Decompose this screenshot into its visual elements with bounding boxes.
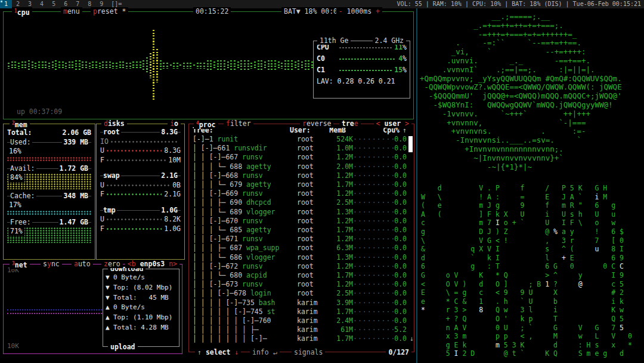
filter-button[interactable]: filter: [224, 119, 253, 128]
process-row[interactable]: │ │ [-]─667 runsvroot1.2M·········0.0: [193, 153, 407, 162]
download-stat-text: 0 Byte/s: [113, 273, 145, 283]
user-selector[interactable]: < user >: [374, 119, 411, 128]
process-tree-cell: │ │ │ └─ 685 agetty: [193, 226, 297, 235]
process-tree-cell: │ │ [-]─672 runsv: [193, 262, 297, 271]
proc-scrollbar[interactable]: [408, 136, 413, 152]
interval-plus-button[interactable]: +: [376, 7, 380, 16]
cpu-graph-column: [146, 57, 148, 74]
workspace-tag-4[interactable]: 4: [36, 0, 48, 8]
auto-toggle[interactable]: auto: [72, 260, 93, 268]
process-row[interactable]: │ │ │ │ │ │ [-]─760 karim2.4M·········0.…: [193, 316, 407, 325]
process-row[interactable]: │ │ │ └─ 679 agettyroot1.7M·········0.0: [193, 180, 407, 189]
core-usage-dots: [339, 69, 392, 72]
process-user: root: [297, 280, 326, 289]
menu-button[interactable]: menu: [61, 7, 82, 16]
workspace-tag-1[interactable]: 1: [0, 0, 12, 8]
user-next-icon[interactable]: >: [405, 119, 409, 128]
net-box-title: 3net: [10, 260, 30, 269]
process-row[interactable]: │ │ │ │ │ │ │ ├─ karim61M·········5.2: [193, 325, 407, 334]
process-prefix: │ │ │ └─ 689: [193, 208, 246, 216]
matrix-row: 6 g : T 6 G 0 0 C C: [421, 262, 644, 271]
core-label: C0: [317, 54, 337, 64]
process-cpu-dots: ·········: [353, 280, 386, 289]
matrix-row: \ V G < ! , 3 r 7 [ 0: [421, 236, 644, 245]
cpu-graph-column: [217, 60, 219, 71]
process-row[interactable]: │ │ │ └─ 685 agettyroot1.7M·········0.0: [193, 226, 407, 235]
process-user: root: [297, 289, 326, 298]
process-row[interactable]: [-]─1 runitroot524K·········0.0: [193, 135, 407, 144]
matrix-row: ( e m J g 9 f m R " 6 g: [421, 201, 644, 210]
cpu-core-rows: CPU11%C04%C115%: [314, 41, 410, 75]
process-prefix: │ │ │ ├─ 690: [193, 198, 246, 207]
preset-button[interactable]: preset *: [91, 7, 128, 16]
process-user: root: [297, 135, 326, 144]
interval-minus-button[interactable]: -: [339, 7, 343, 16]
process-user: karim: [297, 325, 326, 334]
process-tree-cell: │ │ [-]─670 runsv: [193, 217, 297, 226]
process-row[interactable]: │ │ │ [-]─678 loginroot2.5M·········0.0: [193, 289, 407, 298]
interface-selector[interactable]: <b enp0s3 n>: [125, 260, 179, 268]
cpu-graph-column: [106, 61, 107, 70]
cpu-graph-column: [136, 61, 138, 70]
process-mem: 1.2M: [326, 153, 353, 162]
cpu-graph-column: [14, 61, 16, 70]
cpu-core-row: C04%: [314, 53, 410, 64]
mem-entry-value: 339 MB: [63, 137, 88, 147]
process-user: karim: [297, 334, 326, 343]
process-mem: 1.2M: [326, 189, 353, 198]
process-name: agetty: [246, 226, 271, 234]
process-row[interactable]: │ │ │ └─ 686 vloggerroot1.3M·········0.0: [193, 253, 407, 262]
process-row[interactable]: │ │ │ └─ 688 agettyroot2.0M·········0.0: [193, 162, 407, 171]
download-stat-row: ▼Top: (8.02 Mbp): [103, 283, 179, 293]
tree-toggle-button[interactable]: tree: [339, 119, 361, 128]
mem-entry-label: Avail:: [10, 164, 35, 173]
process-row[interactable]: │ │ [-]─668 runsvroot1.2M·········0.0: [193, 171, 407, 180]
iface-prev-icon[interactable]: <b: [128, 260, 136, 268]
process-row[interactable]: │ │ │ ├─ 687 wpa_supproot6.3M·········0.…: [193, 244, 407, 253]
io-toggle[interactable]: io: [168, 119, 181, 128]
signals-hint[interactable]: signals: [292, 348, 325, 356]
process-row[interactable]: │ │ [-]─669 runsvroot1.2M·········0.0: [193, 189, 407, 198]
process-row[interactable]: │ [-]─661 runsvdirroot1.0M·········0.0: [193, 144, 407, 153]
process-row[interactable]: │ │ [-]─673 runsvroot1.2M·········0.0: [193, 280, 407, 289]
matrix-row: G o V K * Q > ^ y I 9: [421, 271, 644, 280]
desktop: 123456789[]= VOL: 55 | RAM: 10% | CPU: 1…: [0, 0, 644, 363]
process-row[interactable]: │ │ │ ├─ 690 dhcpcdroot2.5M·········0.0: [193, 198, 407, 207]
zero-toggle[interactable]: zero: [101, 260, 123, 268]
scroll-down-icon[interactable]: ↓: [407, 334, 414, 343]
download-arrow-icon: ▼: [106, 273, 113, 283]
iface-next-icon[interactable]: n>: [169, 260, 177, 268]
process-row[interactable]: │ │ │ │ │ [-]─745 stkarim1.7M·········0.…: [193, 307, 407, 316]
process-name: runsv: [242, 280, 263, 288]
process-tree-cell: │ │ │ └─ 679 agetty: [193, 180, 297, 189]
process-row[interactable]: │ │ │ │ [-]─735 bashkarim3.9M·········0.…: [193, 299, 407, 307]
process-cpu: 0.0: [386, 307, 407, 316]
reverse-button[interactable]: reverse: [300, 119, 333, 128]
process-row[interactable]: │ │ [-]─670 runsvroot1.2M·········0.0: [193, 217, 407, 226]
process-row[interactable]: │ │ │ └─ 689 vloggerroot1.3M·········0.0: [193, 208, 407, 217]
core-usage-dots: [339, 57, 396, 61]
cpu-graph-column: [187, 63, 188, 68]
mem-entries: Used:339 MB16%Avail:1.72 GB84%Cache:348 …: [7, 137, 91, 243]
select-hint[interactable]: ↑ select ↓: [195, 348, 241, 356]
process-row[interactable]: │ │ [-]─672 runsvroot1.2M·········0.0: [193, 262, 407, 271]
workspace-tag-5[interactable]: 5: [48, 0, 60, 8]
process-row[interactable]: │ │ │ └─ 680 acpidroot1.7M·········0.0: [193, 271, 407, 280]
process-cpu-dots: ·········: [353, 253, 386, 262]
process-user: root: [297, 208, 326, 217]
info-hint[interactable]: info ↵: [250, 348, 280, 356]
process-row[interactable]: │ │ [-]─671 runsvroot1.2M·········0.0: [193, 235, 407, 244]
process-mem: 1.7M: [326, 334, 353, 343]
disk-io-row: IO: [100, 137, 181, 147]
user-prev-icon[interactable]: <: [376, 119, 380, 128]
process-cpu-dots: ·········: [353, 226, 386, 235]
mem-entry-row: Free:1.47 GB: [7, 217, 91, 227]
process-user: root: [297, 153, 326, 162]
usage-meter: [107, 149, 162, 152]
process-row[interactable]: │ │ │ │ │ │ │ [-]─ karim1.7M·········0.0…: [193, 334, 407, 343]
sync-toggle[interactable]: sync: [41, 260, 62, 268]
process-cpu-dots: ·········: [353, 334, 386, 343]
process-mem: 6.3M: [326, 244, 353, 253]
process-count: 0/127: [386, 348, 411, 356]
process-prefix: │ │ [-]─673: [193, 280, 242, 288]
